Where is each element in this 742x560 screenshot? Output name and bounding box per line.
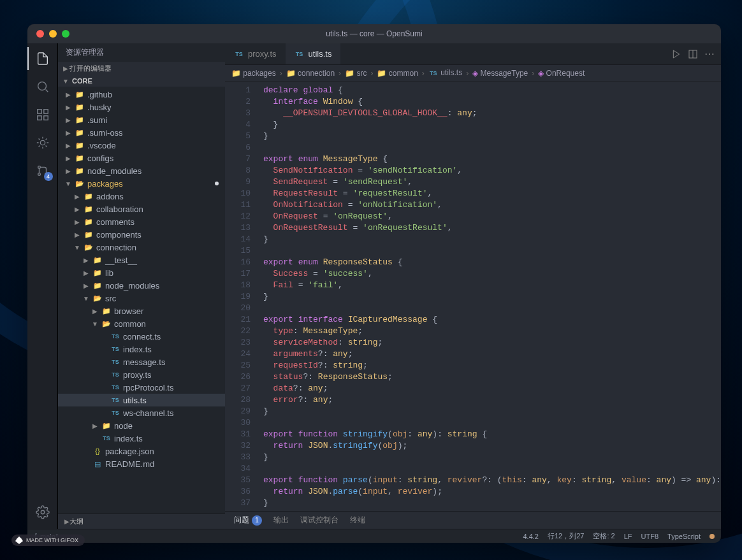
code-line[interactable]: error?: any;	[257, 394, 721, 406]
code-line[interactable]: export enum MessageType {	[257, 154, 721, 165]
tree-item-proxy-ts[interactable]: TSproxy.ts	[58, 368, 225, 381]
code-line[interactable]: return JSON.parse(input, reviver);	[257, 486, 721, 498]
open-editors-section[interactable]: ▶打开的编辑器	[58, 62, 225, 75]
code-line[interactable]: return JSON.stringify(obj);	[257, 440, 721, 452]
tree-item-ws-channel-ts[interactable]: TSws-channel.ts	[58, 406, 225, 419]
code-line[interactable]	[257, 463, 721, 475]
tree-item-rpcProtocol-ts[interactable]: TSrpcProtocol.ts	[58, 381, 225, 394]
code-line[interactable]: }	[257, 291, 721, 303]
status-version[interactable]: 4.4.2	[523, 533, 539, 540]
breadcrumb-item[interactable]: TS utils.ts	[428, 68, 462, 78]
code-line[interactable]: arguments?: any;	[257, 348, 721, 360]
breadcrumb-item[interactable]: 📁 connection	[286, 69, 335, 78]
tree-item-utils-ts[interactable]: TSutils.ts	[58, 394, 225, 406]
code-line[interactable]: SendRequest = 'sendRequest',	[257, 176, 721, 188]
tree-item-connect-ts[interactable]: TSconnect.ts	[58, 330, 225, 343]
split-editor-icon[interactable]	[688, 49, 698, 59]
status-warning-icon[interactable]	[709, 534, 715, 539]
tree-item-index-ts[interactable]: TSindex.ts	[58, 432, 225, 445]
activity-settings[interactable]	[34, 503, 52, 521]
code-line[interactable]: data?: any;	[257, 383, 721, 394]
tree-item--sumi-oss[interactable]: ▶📁.sumi-oss	[58, 126, 225, 139]
activity-explorer[interactable]	[34, 50, 52, 68]
code-line[interactable]: }	[257, 498, 721, 509]
tree-item-index-ts[interactable]: TSindex.ts	[58, 343, 225, 355]
code-line[interactable]: type: MessageType;	[257, 326, 721, 337]
outline-section[interactable]: ▶大纲	[58, 513, 225, 529]
code-line[interactable]: declare global {	[257, 85, 721, 96]
tree-item-common[interactable]: ▼📂common	[58, 317, 225, 330]
code-line[interactable]: }	[257, 119, 721, 131]
code-line[interactable]: interface Window {	[257, 96, 721, 108]
code-line[interactable]: }	[257, 131, 721, 142]
breadcrumb-item[interactable]: ◈ MessageType	[472, 69, 528, 78]
code-line[interactable]: OnRequestResult = 'onRequestResult',	[257, 222, 721, 234]
tree-item-message-ts[interactable]: TSmessage.ts	[58, 355, 225, 368]
code-line[interactable]	[257, 245, 721, 257]
window-close-button[interactable]	[36, 30, 44, 38]
tree-item-packages[interactable]: ▼📂packages	[58, 177, 225, 190]
code-line[interactable]: export function stringify(obj: any): str…	[257, 429, 721, 440]
code-line[interactable]: SendNotification = 'sendNotification',	[257, 165, 721, 176]
tree-item-components[interactable]: ▶📁components	[58, 228, 225, 241]
breadcrumb-item[interactable]: ◈ OnRequest	[538, 69, 585, 78]
breadcrumbs[interactable]: 📁 packages›📁 connection›📁 src›📁 common›T…	[225, 65, 721, 82]
code-line[interactable]: }	[257, 234, 721, 245]
tree-item-package-json[interactable]: {}package.json	[58, 445, 225, 457]
code-line[interactable]: }	[257, 406, 721, 417]
code-line[interactable]	[257, 417, 721, 429]
activity-search[interactable]	[34, 78, 52, 96]
code-line[interactable]	[257, 303, 721, 314]
tree-item-node_modules[interactable]: ▶📁node_modules	[58, 279, 225, 292]
tree-item-connection[interactable]: ▼📂connection	[58, 241, 225, 254]
activity-scm[interactable]: 4	[34, 162, 52, 180]
tree-item-comments[interactable]: ▶📁comments	[58, 215, 225, 228]
tree-item--sumi[interactable]: ▶📁.sumi	[58, 113, 225, 126]
tree-item-configs[interactable]: ▶📁configs	[58, 152, 225, 164]
tree-item-__test__[interactable]: ▶📁__test__	[58, 254, 225, 266]
panel-output[interactable]: 输出	[273, 515, 289, 526]
tree-item-lib[interactable]: ▶📁lib	[58, 266, 225, 279]
code-line[interactable]: OnNotification = 'onNotification',	[257, 199, 721, 211]
breadcrumb-item[interactable]: 📁 common	[377, 69, 418, 78]
tree-item-collaboration[interactable]: ▶📁collaboration	[58, 203, 225, 215]
code-line[interactable]: Success = 'success',	[257, 268, 721, 280]
run-icon[interactable]	[671, 49, 681, 59]
tree-item--vscode[interactable]: ▶📁.vscode	[58, 139, 225, 152]
tree-item--husky[interactable]: ▶📁.husky	[58, 101, 225, 113]
project-name[interactable]: ▼CORE	[58, 75, 225, 87]
activity-debug[interactable]	[34, 134, 52, 152]
tab-utils-ts[interactable]: TSutils.ts	[286, 43, 341, 64]
breadcrumb-item[interactable]: 📁 src	[345, 69, 367, 78]
tab-proxy-ts[interactable]: TSproxy.ts	[225, 43, 286, 64]
code-line[interactable]: export function parse(input: string, rev…	[257, 475, 721, 486]
code-editor[interactable]: 1234567891011121314151617181920212223242…	[225, 82, 721, 511]
status-cursor-position[interactable]: 行12，列27	[548, 531, 584, 541]
tree-item-node[interactable]: ▶📁node	[58, 419, 225, 432]
tree-item--github[interactable]: ▶📁.github	[58, 88, 225, 101]
window-minimize-button[interactable]	[49, 30, 57, 38]
tree-item-node_modules[interactable]: ▶📁node_modules	[58, 164, 225, 177]
status-eol[interactable]: LF	[624, 533, 632, 540]
code-line[interactable]: Fail = 'fail',	[257, 280, 721, 291]
panel-problems[interactable]: 问题 1	[234, 515, 262, 526]
activity-extensions[interactable]	[34, 106, 52, 124]
code-line[interactable]: RequestResult = 'requestResult',	[257, 188, 721, 199]
panel-debug-console[interactable]: 调试控制台	[300, 515, 338, 526]
code-line[interactable]: export interface ICapturedMessage {	[257, 314, 721, 326]
status-indentation[interactable]: 空格: 2	[593, 531, 615, 541]
code-line[interactable]: export enum ResponseStatus {	[257, 257, 721, 268]
code-line[interactable]: requestId?: string;	[257, 360, 721, 371]
tree-item-src[interactable]: ▼📂src	[58, 292, 225, 305]
code-line[interactable]: }	[257, 452, 721, 463]
panel-terminal[interactable]: 终端	[350, 515, 365, 526]
breadcrumb-item[interactable]: 📁 packages	[231, 69, 276, 78]
status-encoding[interactable]: UTF8	[641, 533, 659, 540]
code-line[interactable]	[257, 142, 721, 154]
more-icon[interactable]: ⋯	[704, 48, 715, 60]
window-maximize-button[interactable]	[62, 30, 69, 38]
status-language[interactable]: TypeScript	[667, 533, 701, 540]
code-line[interactable]: serviceMethod: string;	[257, 337, 721, 348]
tree-item-README-md[interactable]: ▤README.md	[58, 457, 225, 470]
code-line[interactable]: OnRequest = 'onRequest',	[257, 211, 721, 222]
